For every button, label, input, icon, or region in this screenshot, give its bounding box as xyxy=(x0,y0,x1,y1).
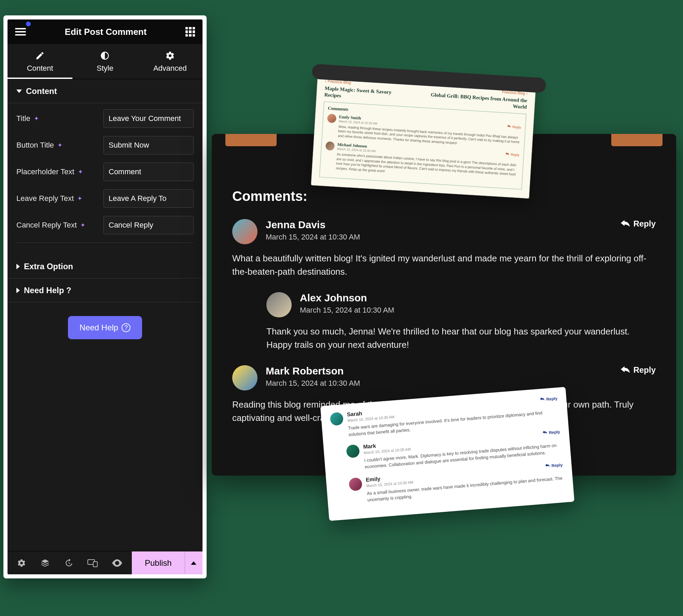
comment-item-nested: Alex Johnson March 15, 2024 at 10:30 AM … xyxy=(266,292,656,352)
reply-label: Reply xyxy=(551,463,563,468)
field-cancel-reply-input[interactable] xyxy=(103,216,194,234)
comment-author: Jenna Davis xyxy=(266,219,612,231)
cream-comment: Reply Michael Johnson March 15, 2024 at … xyxy=(324,141,519,182)
reply-button[interactable]: Reply xyxy=(621,219,656,229)
settings-icon[interactable] xyxy=(17,559,26,567)
history-icon[interactable] xyxy=(64,559,73,567)
chevron-up-icon xyxy=(191,561,196,565)
field-title: Title ✦ xyxy=(16,109,194,128)
comment-date: March 15, 2024 at 10:30 AM xyxy=(266,379,612,388)
field-button-title: Button Title ✦ xyxy=(16,136,194,154)
reply-label: Reply xyxy=(633,365,656,375)
editor-panel: Edit Post Comment Content Style Advanced xyxy=(3,15,207,578)
reply-label: Reply xyxy=(511,153,519,157)
avatar xyxy=(346,444,360,458)
ai-sparkle-icon[interactable]: ✦ xyxy=(77,195,82,202)
reply-button[interactable]: Reply xyxy=(543,429,560,436)
gear-icon xyxy=(165,51,175,60)
help-button-area: Need Help ? xyxy=(8,302,203,346)
need-help-button-label: Need Help xyxy=(80,323,118,332)
section-extra-option: Extra Option xyxy=(8,255,203,278)
panel-spacer xyxy=(8,346,203,551)
field-leave-reply-label: Leave Reply Text xyxy=(16,194,74,203)
reply-arrow-icon xyxy=(505,152,510,156)
publish-options-button[interactable] xyxy=(185,551,203,574)
avatar xyxy=(232,365,257,391)
reply-button[interactable]: Reply xyxy=(621,365,656,375)
publish-button-label: Publish xyxy=(145,558,172,568)
panel-header: Edit Post Comment xyxy=(8,19,203,44)
ai-sparkle-icon[interactable]: ✦ xyxy=(57,141,62,149)
responsive-icon[interactable] xyxy=(87,559,98,567)
reply-arrow-icon xyxy=(621,220,630,228)
preview-thumb-left xyxy=(225,134,277,146)
comment-date: March 15, 2024 at 10:30 AM xyxy=(300,306,656,315)
tab-advanced[interactable]: Advanced xyxy=(138,44,203,79)
field-button-title-input[interactable] xyxy=(103,136,194,154)
ai-sparkle-icon[interactable]: ✦ xyxy=(78,168,83,176)
section-help-title: Need Help ? xyxy=(24,286,71,295)
field-cancel-reply-text: Cancel Reply Text ✦ xyxy=(16,216,194,234)
reply-arrow-icon xyxy=(545,464,550,468)
panel-title: Edit Post Comment xyxy=(65,27,147,37)
comment-body: What a beautifully written blog! It's ig… xyxy=(232,252,656,278)
tab-style[interactable]: Style xyxy=(72,44,137,79)
section-need-help: Need Help ? xyxy=(8,278,203,302)
chevron-down-icon xyxy=(16,90,22,93)
navigator-icon[interactable] xyxy=(40,559,50,567)
svg-rect-2 xyxy=(93,562,97,567)
comment-body: Thank you so much, Jenna! We're thrilled… xyxy=(266,325,656,352)
cream-comments-box: Comments Reply Emily Smith March 15, 202… xyxy=(319,101,526,190)
section-content-fields: Title ✦ Button Title ✦ Placerholder Text xyxy=(8,103,203,255)
reply-arrow-icon xyxy=(540,397,545,401)
field-leave-reply-input[interactable] xyxy=(103,189,194,208)
field-leave-reply-text: Leave Reply Text ✦ xyxy=(16,189,194,208)
section-content-title: Content xyxy=(26,86,57,96)
reply-arrow-icon xyxy=(507,124,511,128)
field-title-input[interactable] xyxy=(103,109,194,128)
notification-dot-icon xyxy=(26,22,31,26)
field-placeholder-text: Placerholder Text ✦ xyxy=(16,163,194,181)
section-extra-option-header[interactable]: Extra Option xyxy=(8,255,203,278)
reply-label: Reply xyxy=(549,429,560,435)
question-circle-icon: ? xyxy=(122,323,130,332)
field-placeholder-label: Placerholder Text xyxy=(16,167,74,176)
chevron-left-icon: ‹ xyxy=(325,79,326,83)
field-title-label: Title xyxy=(16,114,30,123)
footer-icons xyxy=(8,551,132,574)
contrast-icon xyxy=(100,51,110,60)
section-extra-title: Extra Option xyxy=(24,262,73,271)
publish-button[interactable]: Publish xyxy=(132,551,185,574)
comment-author: Mark Robertson xyxy=(266,365,612,377)
menu-icon[interactable] xyxy=(15,26,26,37)
reply-label: Reply xyxy=(512,125,521,129)
need-help-button[interactable]: Need Help ? xyxy=(68,316,142,339)
avatar xyxy=(232,219,257,244)
white-comments-card: Sarah March 15, 2024 at 10:30 AM Reply T… xyxy=(320,387,574,521)
chevron-right-icon xyxy=(16,264,20,269)
tab-style-label: Style xyxy=(97,64,113,72)
section-need-help-header[interactable]: Need Help ? xyxy=(8,278,203,302)
ai-sparkle-icon[interactable]: ✦ xyxy=(80,221,85,229)
comment-item: Jenna Davis March 15, 2024 at 10:30 AM R… xyxy=(232,219,656,278)
chevron-right-icon: › xyxy=(526,91,528,95)
reply-arrow-icon xyxy=(543,430,547,435)
avatar xyxy=(349,477,363,491)
tab-content[interactable]: Content xyxy=(8,44,72,79)
reply-button[interactable]: Reply xyxy=(545,463,563,469)
ai-sparkle-icon[interactable]: ✦ xyxy=(34,115,39,122)
blog-title-left[interactable]: Maple Magic: Sweet & Savory Recipes xyxy=(324,85,409,103)
field-placeholder-input[interactable] xyxy=(103,163,194,181)
section-content-header[interactable]: Content xyxy=(8,79,203,103)
svg-point-3 xyxy=(116,562,118,564)
reply-label: Reply xyxy=(633,219,656,229)
comment-date: March 15, 2024 at 10:30 AM xyxy=(266,233,612,242)
pencil-icon xyxy=(35,51,45,60)
chevron-right-icon xyxy=(16,288,20,293)
apps-grid-icon[interactable] xyxy=(185,27,195,37)
reply-button[interactable]: Reply xyxy=(540,396,558,402)
panel-footer: Publish xyxy=(8,551,203,574)
preview-icon[interactable] xyxy=(112,559,122,567)
field-button-title-label: Button Title xyxy=(16,141,54,150)
field-cancel-reply-label: Cancel Reply Text xyxy=(16,221,77,230)
